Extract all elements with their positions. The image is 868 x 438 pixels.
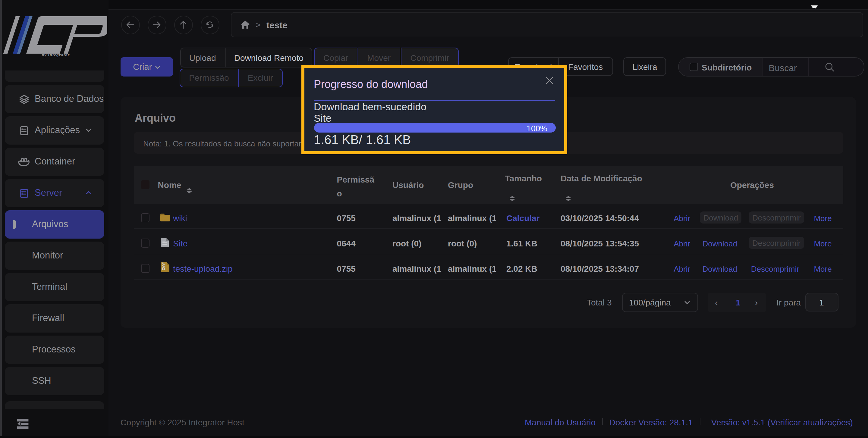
svg-text:by integrator: by integrator: [42, 52, 70, 57]
